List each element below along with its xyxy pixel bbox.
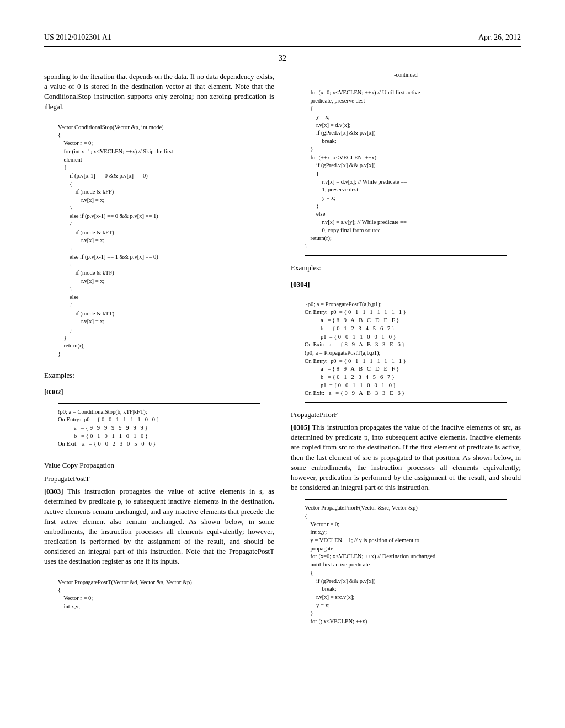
continued-label: -continued bbox=[291, 72, 521, 78]
para-0305-num: [0305] bbox=[291, 423, 310, 431]
code-conditionalstop: Vector ConditionalStop(Vector &p, int mo… bbox=[58, 119, 260, 363]
para-0302: [0302] bbox=[44, 388, 63, 396]
code-propagatepostt-cont: for (x=0; x<VECLEN; ++x) // Until first … bbox=[305, 84, 507, 256]
header-divider bbox=[44, 46, 521, 47]
para-0305-body: This instruction propagates the value of… bbox=[291, 423, 521, 491]
left-column: sponding to the iteration that depends o… bbox=[44, 72, 274, 637]
propagatepostt-label: PropagatePostT bbox=[44, 474, 274, 483]
code-propagatepriorf: Vector PropagatePriorF(Vector &src, Vect… bbox=[305, 499, 507, 630]
propagatepriorf-label: PropagatePriorF bbox=[291, 410, 521, 419]
value-copy-propagation-label: Value Copy Propagation bbox=[44, 461, 274, 470]
examples-label: Examples: bbox=[44, 371, 274, 380]
intro-paragraph: sponding to the iteration that depends o… bbox=[44, 72, 274, 112]
para-0303-text: [0303] This instruction propagates the v… bbox=[44, 486, 274, 567]
examples-label-2: Examples: bbox=[291, 264, 521, 272]
para-0303-body: This instruction propagates the value of… bbox=[44, 487, 274, 565]
page-number: 32 bbox=[44, 54, 521, 63]
example-propagatepostt: ~p0; a = PropagatePostT(a,b,p1); On Entr… bbox=[305, 296, 507, 403]
code-propagatepostt-start: Vector PropagatePostT(Vector &d, Vector … bbox=[58, 574, 260, 615]
para-0304: [0304] bbox=[291, 280, 310, 288]
example-conditionalstop: !p0; a = ConditionalStop(b, kTF|kFT); On… bbox=[58, 403, 260, 453]
para-0303-num: [0303] bbox=[44, 487, 63, 495]
right-column: -continued for (x=0; x<VECLEN; ++x) // U… bbox=[291, 72, 521, 637]
publication-date: Apr. 26, 2012 bbox=[478, 33, 521, 42]
para-0305-text: [0305] This instruction propagates the v… bbox=[291, 422, 521, 493]
publication-number: US 2012/0102301 A1 bbox=[44, 33, 111, 42]
